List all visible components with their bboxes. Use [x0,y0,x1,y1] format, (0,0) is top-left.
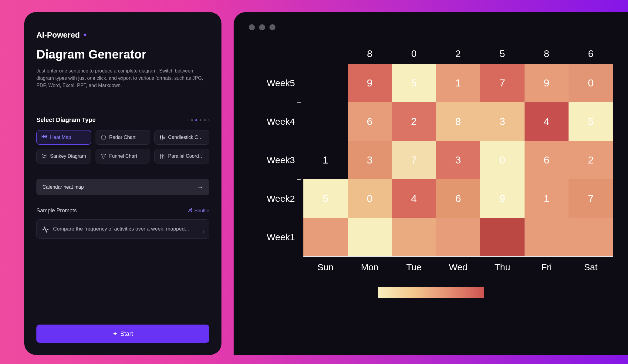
heatmap-cell [303,218,348,256]
heatmap-cell: 5 [569,102,613,141]
start-button[interactable]: ✦ Start [36,325,209,343]
shuffle-icon [187,208,192,214]
x-axis-label: Fri [525,262,569,272]
window-controls [249,24,613,30]
heatmap-chart: 802586 Week5Week4Week3Week2Week1 9517906… [249,48,613,298]
heatmap-cell [569,218,613,256]
arrow-right-icon[interactable]: → [197,184,203,190]
heatmap-cell: 9 [480,179,525,218]
top-axis-value: 5 [480,48,525,59]
svg-marker-6 [101,135,106,140]
brand-row: AI-Powered ✦ [36,30,209,40]
heatmap-cell [436,218,480,256]
plus-icon[interactable]: + [202,229,205,235]
heatmap-cell: 8 [436,102,480,141]
color-legend [378,287,484,298]
top-axis-value: 6 [569,48,613,59]
chevron-right-icon[interactable]: › [208,118,209,122]
divider [249,39,613,39]
pager-dot[interactable] [200,119,201,121]
diagram-type-label: Select Diagram Type [36,116,96,123]
shuffle-label: Shuffle [194,208,209,214]
heatmap-icon [42,135,47,140]
heatmap-cell: 6 [436,179,480,218]
pager-dot[interactable] [191,119,193,121]
type-label: Parallel Coordin... [168,153,204,159]
pager-dot[interactable] [195,119,197,121]
window-dot[interactable] [249,24,255,30]
prompt-input[interactable]: Calendar heat map → [36,179,209,195]
heatmap-cell [303,64,348,102]
x-axis-line [303,256,613,257]
sparkle-icon: ✦ [82,31,88,39]
type-heatmap[interactable]: Heat Map [36,130,91,145]
sample-prompt-card[interactable]: Compare the frequency of activities over… [36,219,209,239]
heatmap-cell: 2 [392,102,436,141]
svg-rect-12 [164,137,164,139]
top-axis-value: 2 [436,48,480,59]
heatmap-row: 628345 [303,102,613,141]
window-dot[interactable] [269,24,275,30]
x-axis-label: Thu [480,262,525,272]
candlestick-icon [160,135,165,140]
sankey-icon [42,153,47,159]
start-label: Start [120,330,133,337]
y-axis-label: Week3 [249,141,303,179]
diagram-type-grid: Heat Map Radar Chart Candlestick Chart S… [36,130,209,163]
type-label: Heat Map [50,135,71,140]
heatmap-cell: 4 [392,179,436,218]
type-label: Sankey Diagram [50,153,86,159]
heatmap-cell [392,218,436,256]
y-axis-label: Week1 [249,218,303,256]
heatmap-cell: 3 [480,102,525,141]
type-radar[interactable]: Radar Chart [96,130,150,145]
heatmap-cell: 7 [569,179,613,218]
heatmap-cell: 4 [525,102,569,141]
pager-dot[interactable] [204,119,206,121]
page-title: Diagram Generator [36,48,209,61]
heatmap-cell [480,218,525,256]
svg-rect-5 [45,137,47,138]
shuffle-button[interactable]: Shuffle [187,208,209,214]
heatmap-cell: 3 [348,141,392,179]
svg-rect-0 [42,135,43,136]
heatmap-row: 1373062 [303,141,613,179]
y-axis-label: Week2 [249,179,303,218]
heatmap-cell: 6 [348,102,392,141]
svg-rect-10 [162,136,163,138]
heatmap-row: 5046917 [303,179,613,218]
parallel-icon [160,153,165,159]
generator-panel: AI-Powered ✦ Diagram Generator Just ente… [24,12,221,355]
type-parallel[interactable]: Parallel Coordin... [154,149,209,163]
svg-rect-1 [44,135,45,136]
heatmap-cell [303,102,348,141]
type-candlestick[interactable]: Candlestick Chart [154,130,209,145]
heatmap-cell: 3 [436,141,480,179]
top-axis-value: 8 [525,48,569,59]
diagram-type-pager: ‹ › [187,118,209,122]
funnel-icon [101,153,106,159]
heatmap-cell [348,218,392,256]
heatmap-cell: 9 [348,64,392,102]
sample-text: Compare the frequency of activities over… [53,225,189,233]
type-sankey[interactable]: Sankey Diagram [36,149,91,163]
sample-header: Sample Prompts Shuffle [36,207,209,214]
heatmap-cell: 5 [392,64,436,102]
diagram-type-header: Select Diagram Type ‹ › [36,116,209,123]
chevron-left-icon[interactable]: ‹ [187,118,189,122]
prompt-value: Calendar heat map [42,184,84,190]
heatmap-cell [525,218,569,256]
y-axis-label: Week4 [249,102,303,141]
type-funnel[interactable]: Funnel Chart [96,149,150,163]
sample-label: Sample Prompts [36,207,77,214]
heatmap-cell: 1 [525,179,569,218]
window-dot[interactable] [259,24,265,30]
svg-rect-8 [160,136,161,138]
svg-rect-4 [44,137,45,138]
heatmap-cell: 7 [480,64,525,102]
x-axis-label: Sat [569,262,613,272]
type-label: Candlestick Chart [168,135,204,140]
heatmap-cell: 0 [480,141,525,179]
heatmap-cell: 9 [525,64,569,102]
svg-rect-2 [45,135,47,136]
